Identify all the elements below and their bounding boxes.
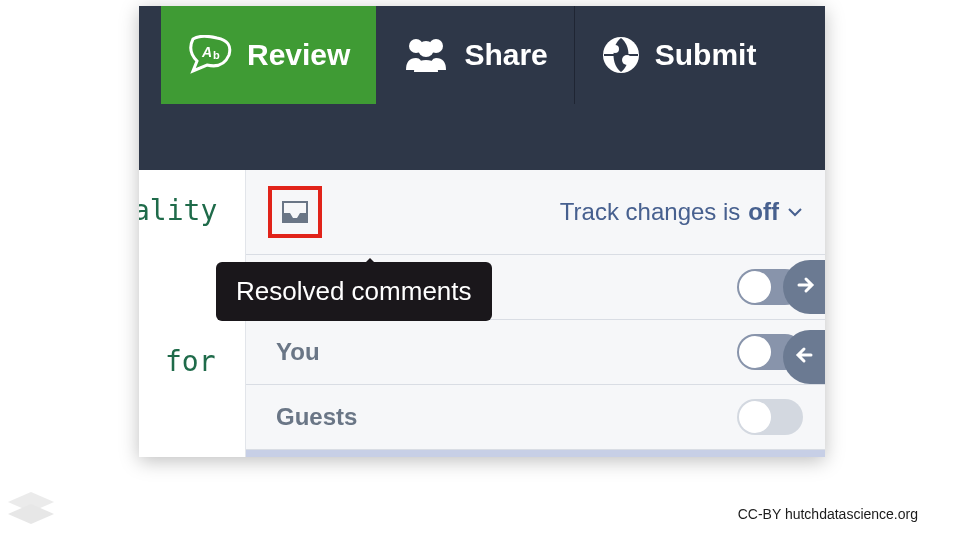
- inbox-icon: [280, 199, 310, 225]
- resolved-comments-tooltip: Resolved comments: [216, 262, 492, 321]
- track-changes-toggle-label[interactable]: Track changes is off: [560, 198, 803, 226]
- editor-text-fragment: ality: [139, 194, 245, 227]
- track-row-you: You: [246, 319, 825, 384]
- app-screenshot: A b Review Share: [139, 6, 825, 457]
- row-label: Guests: [276, 403, 357, 431]
- toggle-guests[interactable]: [737, 399, 803, 435]
- review-icon: A b: [187, 35, 233, 75]
- credit-text: CC-BY hutchdatascience.org: [738, 506, 918, 522]
- content-area: ality for Track changes is: [139, 170, 825, 457]
- tab-submit-label: Submit: [655, 38, 757, 72]
- sub-bar: [139, 104, 825, 170]
- editor-text-fragment: for: [165, 345, 245, 378]
- tab-review-label: Review: [247, 38, 350, 72]
- submit-icon: [601, 35, 641, 75]
- tab-review[interactable]: A b Review: [161, 6, 376, 104]
- svg-text:b: b: [213, 49, 220, 61]
- track-row-guests: Guests: [246, 384, 825, 449]
- track-changes-prefix: Track changes is: [560, 198, 741, 226]
- share-icon: [402, 36, 450, 74]
- tab-submit[interactable]: Submit: [575, 6, 783, 104]
- arrow-right-icon: [794, 274, 816, 300]
- tab-share-label: Share: [464, 38, 547, 72]
- top-nav: A b Review Share: [139, 6, 825, 104]
- row-label: You: [276, 338, 320, 366]
- tab-share[interactable]: Share: [376, 6, 574, 104]
- svg-text:A: A: [201, 44, 212, 60]
- arrow-left-icon: [794, 344, 816, 370]
- resolved-comments-button[interactable]: [268, 186, 322, 238]
- stack-icon: [4, 490, 58, 534]
- review-panel: Track changes is off Resolved comments E…: [245, 170, 825, 457]
- panel-footer-strip: [246, 449, 825, 457]
- track-changes-state: off: [748, 198, 779, 226]
- svg-point-6: [611, 45, 619, 53]
- chevron-down-icon: [787, 206, 803, 218]
- svg-point-7: [622, 55, 632, 65]
- svg-point-4: [418, 41, 434, 57]
